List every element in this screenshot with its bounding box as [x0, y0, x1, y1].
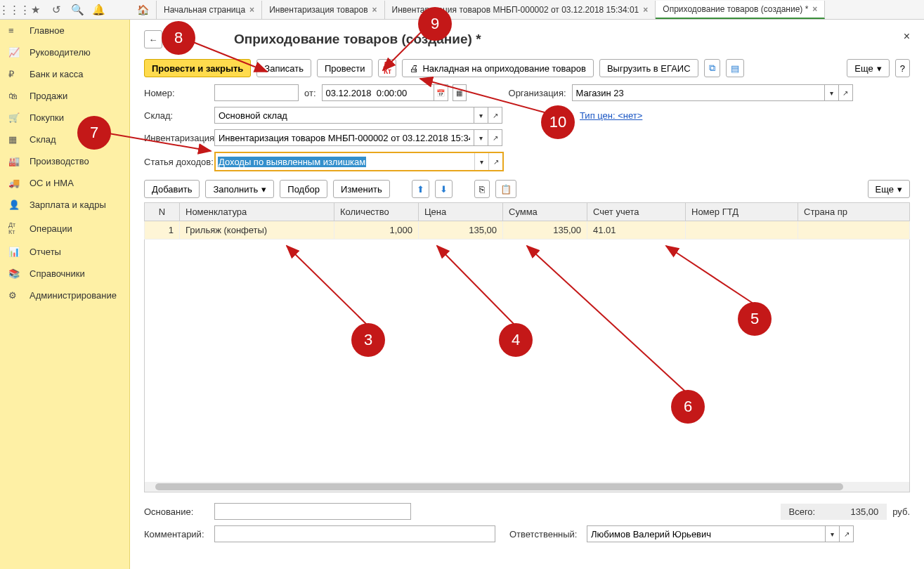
- col-country[interactable]: Страна пр: [798, 203, 910, 221]
- close-button[interactable]: ×: [904, 30, 910, 43]
- cell-gtd: [686, 221, 798, 240]
- org-open-icon[interactable]: ↗: [839, 84, 853, 101]
- tab-receipt-create[interactable]: Оприходование товаров (создание) * ×: [656, 1, 825, 19]
- sidebar-item-assets[interactable]: 🚚ОС и НМА: [0, 172, 129, 194]
- warehouse-open-icon[interactable]: ↗: [488, 107, 502, 124]
- warehouse-label: Склад:: [144, 110, 214, 121]
- sidebar-item-admin[interactable]: ⚙Администрирование: [0, 284, 129, 306]
- search-icon[interactable]: 🔍: [67, 1, 88, 19]
- apps-icon[interactable]: ⋮⋮⋮: [4, 1, 25, 19]
- sidebar-item-label: Покупки: [30, 112, 64, 123]
- history-icon[interactable]: ↺: [46, 1, 67, 19]
- tab-close-icon[interactable]: ×: [372, 5, 377, 15]
- col-gtd[interactable]: Номер ГТД: [686, 203, 798, 221]
- tab-close-icon[interactable]: ×: [643, 5, 648, 15]
- move-down-button[interactable]: ⬇: [435, 180, 453, 198]
- edit-button[interactable]: Изменить: [333, 180, 390, 198]
- annotation-10: 10: [541, 105, 575, 139]
- print-receipt-button[interactable]: 🖨Накладная на оприходование товаров: [402, 59, 593, 77]
- sidebar-item-label: Справочники: [30, 268, 85, 279]
- date-extra-button[interactable]: ▦: [453, 84, 467, 101]
- sidebar-item-reports[interactable]: 📊Отчеты: [0, 241, 129, 263]
- sidebar-item-label: Операции: [30, 223, 72, 234]
- menu-icon: ≡: [8, 25, 22, 36]
- post-button[interactable]: Провести: [317, 59, 373, 77]
- sidebar-item-label: Производство: [30, 156, 89, 166]
- cart-icon: 🛒: [8, 112, 22, 123]
- annotation-7: 7: [77, 116, 111, 150]
- sidebar-item-purchases[interactable]: 🛒Покупки: [0, 107, 129, 129]
- gear-icon: ⚙: [8, 290, 22, 301]
- tab-start-page[interactable]: Начальная страница ×: [157, 1, 262, 19]
- tab-close-icon[interactable]: ×: [249, 5, 254, 15]
- income-input-value[interactable]: Доходы по выявленным излишкам: [218, 157, 366, 167]
- add-button[interactable]: Добавить: [144, 180, 200, 198]
- warehouse-input[interactable]: [214, 107, 474, 124]
- sidebar-item-salary[interactable]: 👤Зарплата и кадры: [0, 194, 129, 216]
- sidebar-item-label: Руководителю: [30, 47, 91, 58]
- list-button[interactable]: ▤: [726, 59, 744, 77]
- tab-home[interactable]: 🏠: [130, 1, 157, 19]
- sidebar-item-manager[interactable]: 📈Руководителю: [0, 41, 129, 63]
- price-type-link[interactable]: Тип цен: <нет>: [580, 110, 642, 121]
- help-button[interactable]: ?: [895, 59, 910, 77]
- dtkt-button[interactable]: ДтКт: [378, 59, 396, 77]
- comment-input[interactable]: [214, 525, 495, 542]
- sidebar-item-sales[interactable]: 🛍Продажи: [0, 85, 129, 107]
- col-nomenclature[interactable]: Номенклатура: [180, 203, 334, 221]
- more-table-button[interactable]: Еще ▾: [868, 180, 910, 198]
- table-row[interactable]: 1 Грильяж (конфеты) 1,000 135,00 135,00 …: [145, 221, 910, 240]
- inventory-input[interactable]: [214, 129, 474, 146]
- income-open-icon[interactable]: ↗: [488, 153, 502, 170]
- post-and-close-button[interactable]: Провести и закрыть: [144, 59, 251, 77]
- responsible-open-icon[interactable]: ↗: [840, 525, 854, 542]
- basis-input[interactable]: [214, 503, 411, 520]
- cell-n: 1: [145, 221, 180, 240]
- sidebar-item-production[interactable]: 🏭Производство: [0, 150, 129, 172]
- structure-button[interactable]: ⧉: [704, 59, 720, 77]
- income-dropdown-icon[interactable]: ▾: [474, 153, 488, 170]
- sidebar-item-bank[interactable]: ₽Банк и касса: [0, 63, 129, 85]
- responsible-dropdown-icon[interactable]: ▾: [826, 525, 840, 542]
- more-button[interactable]: Еще ▾: [847, 59, 889, 77]
- horizontal-scrollbar[interactable]: [145, 482, 909, 492]
- copy-button[interactable]: ⎘: [474, 180, 490, 198]
- annotation-6: 6: [671, 390, 705, 424]
- grid-icon: ▦: [8, 134, 22, 145]
- bell-icon[interactable]: 🔔: [88, 1, 109, 19]
- tab-inventory[interactable]: Инвентаризация товаров ×: [262, 1, 384, 19]
- sidebar-item-label: Зарплата и кадры: [30, 200, 106, 210]
- col-price[interactable]: Цена: [419, 203, 503, 221]
- inventory-open-icon[interactable]: ↗: [488, 129, 502, 146]
- tab-label: Оприходование товаров (создание) *: [663, 4, 808, 14]
- items-table: N Номенклатура Количество Цена Сумма Сче…: [144, 202, 910, 240]
- move-up-button[interactable]: ⬆: [412, 180, 429, 198]
- more-label: Еще: [876, 184, 894, 195]
- cell-sum: 135,00: [503, 221, 587, 240]
- calendar-icon[interactable]: 📅: [434, 84, 448, 101]
- inventory-dropdown-icon[interactable]: ▾: [474, 129, 488, 146]
- col-sum[interactable]: Сумма: [503, 203, 587, 221]
- pick-button[interactable]: Подбор: [280, 180, 327, 198]
- org-input[interactable]: [572, 84, 825, 101]
- write-button[interactable]: Записать: [256, 59, 311, 77]
- star-icon[interactable]: ★: [25, 1, 46, 19]
- sidebar-item-operations[interactable]: ДтКтОперации: [0, 216, 129, 241]
- back-button[interactable]: ←: [144, 30, 162, 48]
- col-n[interactable]: N: [145, 203, 180, 221]
- date-input[interactable]: [322, 84, 434, 101]
- tab-close-icon[interactable]: ×: [812, 4, 817, 14]
- responsible-input[interactable]: [587, 525, 826, 542]
- main-content: ← Оприходование товаров (создание) * × П…: [130, 20, 924, 569]
- warehouse-dropdown-icon[interactable]: ▾: [474, 107, 488, 124]
- egais-button[interactable]: Выгрузить в ЕГАИС: [599, 59, 698, 77]
- org-dropdown-icon[interactable]: ▾: [825, 84, 839, 101]
- paste-button[interactable]: 📋: [495, 180, 516, 198]
- fill-button[interactable]: Заполнить ▾: [205, 180, 274, 198]
- number-input[interactable]: [214, 84, 299, 101]
- sidebar-item-refs[interactable]: 📚Справочники: [0, 263, 129, 284]
- col-account[interactable]: Счет учета: [587, 203, 686, 221]
- responsible-label: Ответственный:: [509, 529, 587, 539]
- col-quantity[interactable]: Количество: [334, 203, 419, 221]
- sidebar-item-main[interactable]: ≡Главное: [0, 20, 129, 41]
